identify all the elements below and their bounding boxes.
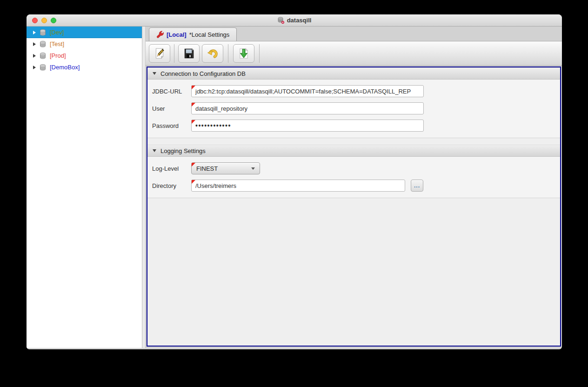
download-button[interactable]	[233, 44, 254, 63]
database-icon	[39, 29, 47, 36]
tree-item-label: [Test]	[50, 40, 64, 47]
tree-item-demobox[interactable]: [DemoBox]	[27, 61, 142, 73]
title-bar: datasqill	[27, 14, 562, 27]
modified-marker	[192, 103, 195, 107]
user-label: User	[152, 105, 191, 112]
section-title: Logging Settings	[160, 147, 206, 154]
log-level-value: FINEST	[196, 165, 251, 172]
toolbar-separator	[174, 44, 174, 63]
section-body-logging: Log-Level FINEST Directory	[147, 157, 560, 198]
chevron-down-icon	[251, 167, 255, 170]
minimize-button[interactable]	[41, 18, 47, 23]
tab-env-label: [Local]	[167, 31, 187, 38]
edit-button[interactable]	[149, 44, 170, 63]
database-icon	[39, 64, 47, 71]
tab-title-label: *Local Settings	[189, 31, 230, 38]
database-icon	[39, 52, 47, 60]
save-button[interactable]	[178, 44, 200, 63]
app-window: datasqill [Dev] [Test	[27, 14, 562, 349]
section-title: Connection to Configuration DB	[160, 70, 246, 77]
split-pane-divider[interactable]	[142, 27, 146, 348]
modified-marker	[192, 86, 195, 89]
tree-item-label: [Prod]	[50, 52, 66, 59]
traffic-lights	[32, 18, 56, 23]
chevron-right-icon[interactable]	[33, 31, 36, 34]
environment-tree: [Dev] [Test] [Prod]	[27, 27, 142, 348]
tab-local-settings[interactable]: [Local] *Local Settings	[149, 27, 237, 41]
section-header-logging[interactable]: Logging Settings	[147, 145, 560, 157]
section-header-connection[interactable]: Connection to Configuration DB	[147, 67, 560, 80]
tree-item-dev[interactable]: [Dev]	[27, 27, 142, 38]
tab-bar: [Local] *Local Settings	[146, 27, 562, 41]
close-button[interactable]	[32, 18, 38, 23]
log-level-label: Log-Level	[152, 165, 191, 172]
chevron-right-icon[interactable]	[33, 54, 36, 58]
download-arrow-icon	[238, 47, 250, 60]
undo-arrow-icon	[207, 47, 219, 60]
toolbar-separator	[228, 44, 228, 63]
tree-item-label: [DemoBox]	[50, 64, 80, 71]
password-label: Password	[152, 122, 191, 129]
tree-item-label: [Dev]	[50, 29, 64, 36]
modified-marker	[192, 120, 195, 124]
undo-button[interactable]	[202, 44, 223, 63]
modified-marker	[192, 163, 195, 167]
app-database-gear-icon	[277, 17, 285, 24]
window-title: datasqill	[287, 17, 312, 24]
database-icon	[39, 40, 47, 48]
modified-marker	[192, 180, 195, 184]
directory-input[interactable]	[191, 180, 405, 192]
jdbc-url-input[interactable]	[191, 85, 424, 97]
tree-item-prod[interactable]: [Prod]	[27, 50, 142, 61]
settings-panel: Connection to Configuration DB JDBC-URL …	[147, 67, 561, 347]
chevron-down-icon[interactable]	[153, 149, 156, 152]
directory-label: Directory	[152, 182, 191, 189]
log-level-dropdown[interactable]: FINEST	[191, 162, 260, 174]
password-input[interactable]	[191, 120, 424, 132]
browse-directory-button[interactable]: ...	[411, 180, 423, 192]
tree-item-test[interactable]: [Test]	[27, 38, 142, 50]
chevron-right-icon[interactable]	[33, 66, 36, 69]
wrench-icon	[156, 31, 164, 38]
save-floppy-icon	[183, 47, 195, 60]
toolbar	[146, 41, 562, 66]
chevron-right-icon[interactable]	[33, 42, 36, 46]
section-body-connection: JDBC-URL User Passwo	[147, 80, 560, 138]
chevron-down-icon[interactable]	[153, 72, 156, 75]
toolbar-separator	[259, 44, 260, 63]
pencil-edit-icon	[154, 47, 166, 60]
user-input[interactable]	[191, 102, 424, 114]
zoom-button[interactable]	[51, 18, 56, 23]
jdbc-url-label: JDBC-URL	[152, 88, 191, 95]
